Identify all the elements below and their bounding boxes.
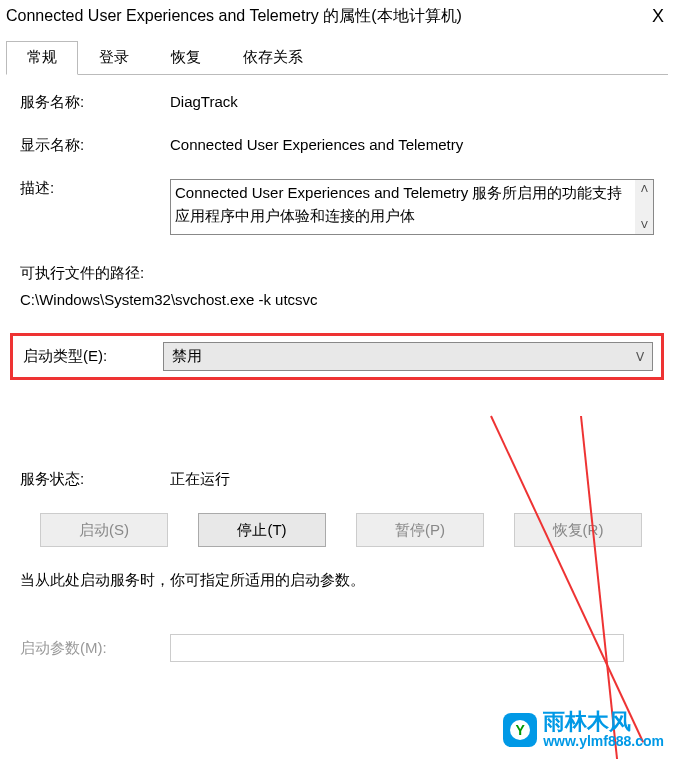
- resume-button: 恢复(R): [514, 513, 642, 547]
- watermark-brand: 雨林木风: [543, 711, 664, 733]
- stop-button[interactable]: 停止(T): [198, 513, 326, 547]
- tab-recovery[interactable]: 恢复: [150, 41, 222, 74]
- close-icon[interactable]: X: [652, 6, 664, 27]
- chevron-down-icon: ᐯ: [636, 350, 644, 364]
- start-params-input: [170, 634, 624, 662]
- service-status-label: 服务状态:: [20, 470, 170, 489]
- tab-general[interactable]: 常规: [6, 41, 78, 75]
- exe-path-value: C:\Windows\System32\svchost.exe -k utcsv…: [20, 286, 654, 313]
- start-params-label: 启动参数(M):: [20, 639, 170, 658]
- description-text: Connected User Experiences and Telemetry…: [171, 180, 635, 234]
- display-name-value: Connected User Experiences and Telemetry: [170, 136, 654, 155]
- service-name-label: 服务名称:: [20, 93, 170, 112]
- tab-logon[interactable]: 登录: [78, 41, 150, 74]
- start-params-hint: 当从此处启动服务时，你可指定所适用的启动参数。: [20, 571, 654, 590]
- exe-path-label: 可执行文件的路径:: [20, 259, 654, 286]
- scroll-up-icon[interactable]: ᐱ: [635, 180, 653, 198]
- startup-type-highlight: 启动类型(E): 禁用 ᐯ: [10, 333, 664, 380]
- watermark: Y 雨林木风 www.ylmf888.com: [503, 711, 664, 749]
- pause-button: 暂停(P): [356, 513, 484, 547]
- startup-type-label: 启动类型(E):: [13, 347, 163, 366]
- startup-type-value: 禁用: [172, 347, 202, 366]
- scroll-down-icon[interactable]: ᐯ: [635, 216, 653, 234]
- display-name-label: 显示名称:: [20, 136, 170, 155]
- watermark-logo-icon: Y: [503, 713, 537, 747]
- startup-type-select[interactable]: 禁用 ᐯ: [163, 342, 653, 371]
- description-box: Connected User Experiences and Telemetry…: [170, 179, 654, 235]
- window-title: Connected User Experiences and Telemetry…: [6, 6, 462, 27]
- start-button: 启动(S): [40, 513, 168, 547]
- tab-strip: 常规 登录 恢复 依存关系: [6, 41, 668, 75]
- service-name-value: DiagTrack: [170, 93, 654, 112]
- watermark-url: www.ylmf888.com: [543, 733, 664, 749]
- tab-dependencies[interactable]: 依存关系: [222, 41, 324, 74]
- service-status-value: 正在运行: [170, 470, 654, 489]
- description-scrollbar[interactable]: ᐱ ᐯ: [635, 180, 653, 234]
- description-label: 描述:: [20, 179, 170, 235]
